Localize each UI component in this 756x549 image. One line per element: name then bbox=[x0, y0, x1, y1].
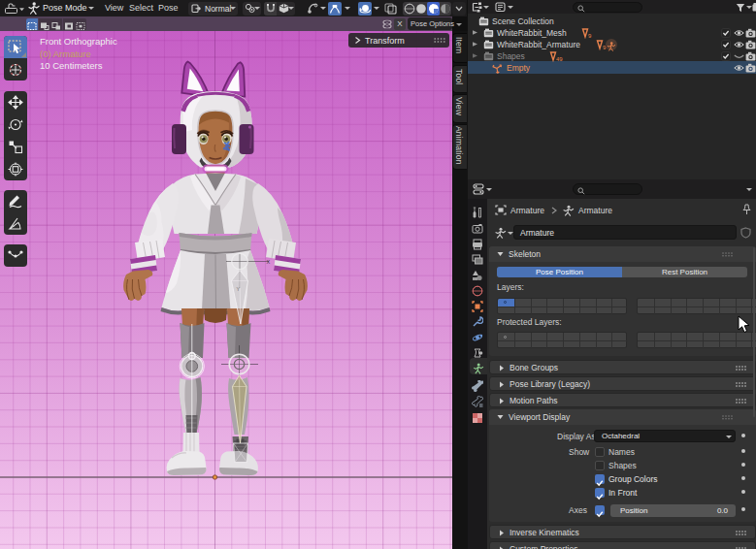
svg-text:X: X bbox=[267, 259, 271, 265]
svg-text:9: 9 bbox=[588, 33, 592, 39]
svg-text:49: 49 bbox=[556, 56, 563, 62]
